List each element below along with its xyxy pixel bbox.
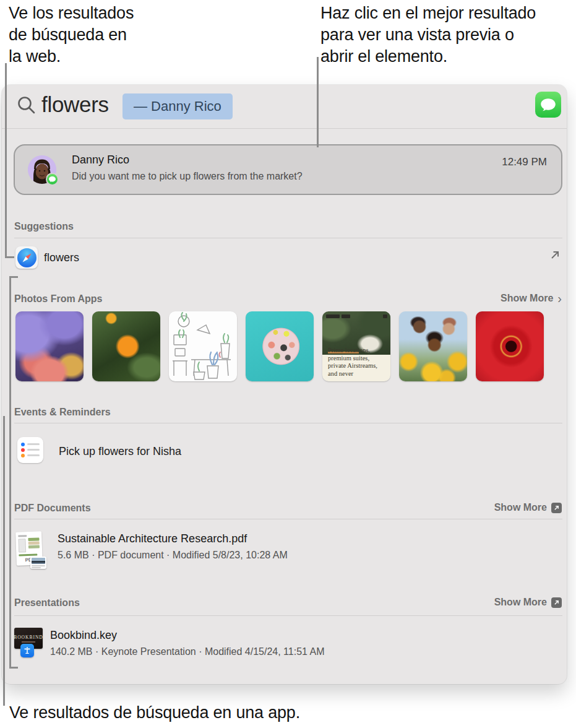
- callout-connector-line: [5, 256, 14, 258]
- divider: [14, 615, 562, 616]
- callout-top-hit: Haz clic en el mejor resultado para ver …: [320, 2, 536, 67]
- message-time: 12:49 PM: [502, 156, 547, 168]
- search-icon: [17, 95, 38, 118]
- callout-web-results: Ve los resultados de búsqueda en la web.: [9, 2, 134, 67]
- callout-connector-line: [3, 416, 5, 706]
- callout-line-text: de búsqueda en: [9, 24, 134, 46]
- message-sender: Danny Rico: [72, 154, 129, 167]
- open-in-browser-arrow-icon[interactable]: [549, 249, 561, 261]
- webpage-nav-pill: [326, 314, 340, 318]
- photo-thumbnail-webpage[interactable]: Prime locations, premium suites, private…: [322, 311, 390, 381]
- keynote-app-badge-icon: [20, 644, 34, 657]
- photo-thumbnail-orange-flower[interactable]: [92, 311, 160, 381]
- messages-badge-icon: [46, 173, 59, 186]
- messages-icon[interactable]: [535, 92, 561, 118]
- photo-thumbnail-sunflowers-people[interactable]: [399, 311, 467, 381]
- section-header-events: Events & Reminders: [14, 407, 111, 418]
- webpage-text: Prime locations, premium suites, private…: [328, 347, 387, 378]
- pdf-file-name: Sustainable Architecture Research.pdf: [58, 532, 247, 545]
- callout-line-text: Ve los resultados: [9, 2, 134, 24]
- show-more-presentations-button[interactable]: Show More: [494, 597, 562, 608]
- section-header-suggestions: Suggestions: [14, 221, 74, 232]
- spotlight-window: flowers — Danny Rico: [2, 85, 567, 684]
- callout-bracket-tick: [9, 667, 18, 669]
- pdf-document-icon: PDF: [14, 531, 46, 569]
- suggestion-label: flowers: [44, 251, 79, 264]
- photo-thumbnail-red-gerbera[interactable]: [476, 311, 544, 381]
- search-bar[interactable]: flowers — Danny Rico: [2, 85, 567, 128]
- keynote-file-name: Bookbind.key: [50, 629, 117, 642]
- callout-connector-line: [5, 63, 7, 258]
- section-header-pdf: PDF Documents: [14, 503, 91, 514]
- photo-thumbnail-plant-illustration[interactable]: [169, 311, 237, 381]
- callout-connector-line: [317, 57, 319, 147]
- photo-thumbnail-iris[interactable]: [15, 311, 84, 381]
- open-in-finder-icon: [551, 597, 562, 608]
- callout-bracket-line: [9, 276, 11, 669]
- photo-thumbnail-sushi[interactable]: [246, 311, 314, 381]
- safari-icon: [15, 246, 38, 269]
- open-in-finder-icon: [551, 503, 562, 513]
- chevron-right-icon: ›: [557, 293, 562, 303]
- show-more-photos-button[interactable]: Show More ›: [501, 293, 562, 304]
- reminder-label: Pick up flowers for Nisha: [59, 445, 181, 458]
- divider: [14, 238, 562, 238]
- callout-app-results: Ve resultados de búsqueda en una app.: [9, 703, 300, 722]
- search-input[interactable]: flowers: [41, 92, 109, 117]
- webpage-nav-pill: [342, 314, 350, 318]
- show-more-pdf-button[interactable]: Show More: [494, 502, 562, 513]
- divider: [2, 128, 567, 129]
- keynote-file-meta: 140.2 MB · Keynote Presentation · Modifi…: [50, 646, 325, 657]
- section-header-photos: Photos From Apps: [14, 293, 103, 305]
- spotlight-help-figure: Ve los resultados de búsqueda en la web.…: [0, 0, 576, 728]
- keynote-file-icon: BOOKBIND: [13, 628, 44, 660]
- message-preview: Did you want me to pick up flowers from …: [72, 171, 303, 182]
- callout-bracket-tick: [9, 276, 18, 278]
- pdf-preview-overlay: [30, 557, 46, 569]
- keynote-thumb-title: BOOKBIND: [14, 635, 43, 640]
- callout-line-text: la web.: [9, 46, 134, 67]
- section-header-presentations: Presentations: [14, 597, 80, 609]
- callout-line-text: para ver una vista previa o: [320, 24, 536, 46]
- pdf-file-meta: 5.6 MB · PDF document · Modified 5/8/23,…: [58, 550, 288, 561]
- reminders-icon: [17, 437, 43, 463]
- divider: [14, 423, 562, 423]
- callout-line-text: Haz clic en el mejor resultado: [320, 2, 536, 24]
- top-hit-message-result[interactable]: Danny Rico Did you want me to pick up fl…: [14, 144, 562, 195]
- callout-line-text: abrir el elemento.: [320, 46, 536, 67]
- divider: [14, 519, 562, 519]
- search-token-selected[interactable]: — Danny Rico: [123, 93, 233, 119]
- webpage-nav-pill: [383, 314, 387, 318]
